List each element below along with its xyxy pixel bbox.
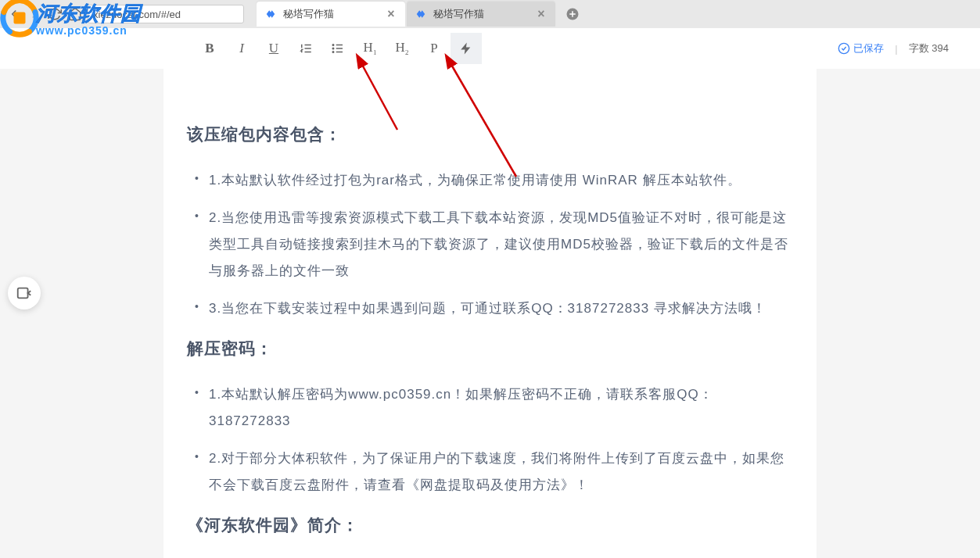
forward-button[interactable] xyxy=(27,6,42,22)
close-icon[interactable]: × xyxy=(385,8,397,20)
url-text: xiezuocat.com/#/ed xyxy=(93,9,181,20)
svg-point-11 xyxy=(839,43,849,53)
tab-2[interactable]: 秘塔写作猫 × xyxy=(407,2,555,27)
unordered-list-button[interactable] xyxy=(322,33,354,64)
nav-controls: xiezuocat.com/#/ed xyxy=(0,5,250,23)
list-item[interactable]: 1.本站默认软件经过打包为rar格式，为确保正常使用请使用 WinRAR 解压本… xyxy=(187,167,793,194)
ordered-list-icon xyxy=(298,41,314,55)
lightning-icon xyxy=(458,41,474,55)
section-heading[interactable]: 《河东软件园》简介： xyxy=(187,514,793,536)
check-circle-icon xyxy=(838,42,850,55)
tab-title: 秘塔写作猫 xyxy=(433,7,535,21)
url-bar[interactable]: xiezuocat.com/#/ed xyxy=(88,5,244,23)
svg-point-10 xyxy=(332,52,334,53)
toolbar-buttons: B I U H1 H2 P xyxy=(194,33,482,64)
browser-chrome: xiezuocat.com/#/ed 秘塔写作猫 × 秘塔写作猫 × xyxy=(0,0,980,28)
tab-favicon-icon xyxy=(264,8,277,20)
h1-button[interactable]: H1 xyxy=(354,33,386,64)
list-item[interactable]: 1.本站默认解压密码为www.pc0359.cn！如果解压密码不正确，请联系客服… xyxy=(187,381,793,435)
ai-button[interactable] xyxy=(451,33,482,64)
unordered-list-icon xyxy=(330,41,346,55)
italic-button[interactable]: I xyxy=(226,33,257,64)
svg-point-9 xyxy=(332,48,334,49)
h2-button[interactable]: H2 xyxy=(386,33,418,64)
tabs-container: 秘塔写作猫 × 秘塔写作猫 × xyxy=(257,0,583,28)
list-item[interactable]: 3.当您在下载安装过程中如果遇到问题，可通过联系QQ：3187272833 寻求… xyxy=(187,295,793,322)
editor-page[interactable]: 该压缩包内容包含： 1.本站默认软件经过打包为rar格式，为确保正常使用请使用 … xyxy=(163,69,817,558)
toolbar-right: 已保存 | 字数 394 xyxy=(838,41,949,55)
saved-status: 已保存 xyxy=(838,41,884,55)
content-list: 1.本站默认解压密码为www.pc0359.cn！如果解压密码不正确，请联系客服… xyxy=(187,381,793,499)
sidebar-toggle-button[interactable] xyxy=(8,277,41,309)
bold-button[interactable]: B xyxy=(194,33,225,64)
editor-toolbar: B I U H1 H2 P 已保存 | 字数 394 xyxy=(0,28,980,69)
section-heading[interactable]: 解压密码： xyxy=(187,338,793,359)
content-list: 1.本站默认软件经过打包为rar格式，为确保正常使用请使用 WinRAR 解压本… xyxy=(187,167,793,322)
ordered-list-button[interactable] xyxy=(290,33,321,64)
menu-collapse-icon xyxy=(16,284,33,302)
app-area: B I U H1 H2 P 已保存 | 字数 394 xyxy=(0,28,980,558)
tab-1[interactable]: 秘塔写作猫 × xyxy=(257,2,405,27)
word-count: 字数 394 xyxy=(909,41,949,55)
svg-rect-12 xyxy=(18,288,28,299)
underline-button[interactable]: U xyxy=(258,33,289,64)
saved-text: 已保存 xyxy=(853,41,884,55)
home-button[interactable] xyxy=(67,6,83,22)
list-item[interactable]: 2.对于部分大体积软件，为了保证用户的下载速度，我们将附件上传到了百度云盘中，如… xyxy=(187,445,793,499)
tab-favicon-icon xyxy=(415,8,427,20)
close-icon[interactable]: × xyxy=(535,8,547,20)
add-tab-button[interactable] xyxy=(562,3,583,25)
divider: | xyxy=(895,43,897,55)
editor-wrapper[interactable]: 该压缩包内容包含： 1.本站默认软件经过打包为rar格式，为确保正常使用请使用 … xyxy=(0,69,980,558)
paragraph-button[interactable]: P xyxy=(418,33,450,64)
editor-content[interactable]: 该压缩包内容包含： 1.本站默认软件经过打包为rar格式，为确保正常使用请使用 … xyxy=(163,123,817,536)
back-button[interactable] xyxy=(6,6,22,22)
reload-button[interactable] xyxy=(47,6,63,22)
section-heading[interactable]: 该压缩包内容包含： xyxy=(187,123,793,145)
tab-title: 秘塔写作猫 xyxy=(283,7,385,21)
list-item[interactable]: 2.当您使用迅雷等搜索资源模式下载工具下载本站资源，发现MD5值验证不对时，很可… xyxy=(187,205,793,284)
svg-point-8 xyxy=(332,45,334,46)
